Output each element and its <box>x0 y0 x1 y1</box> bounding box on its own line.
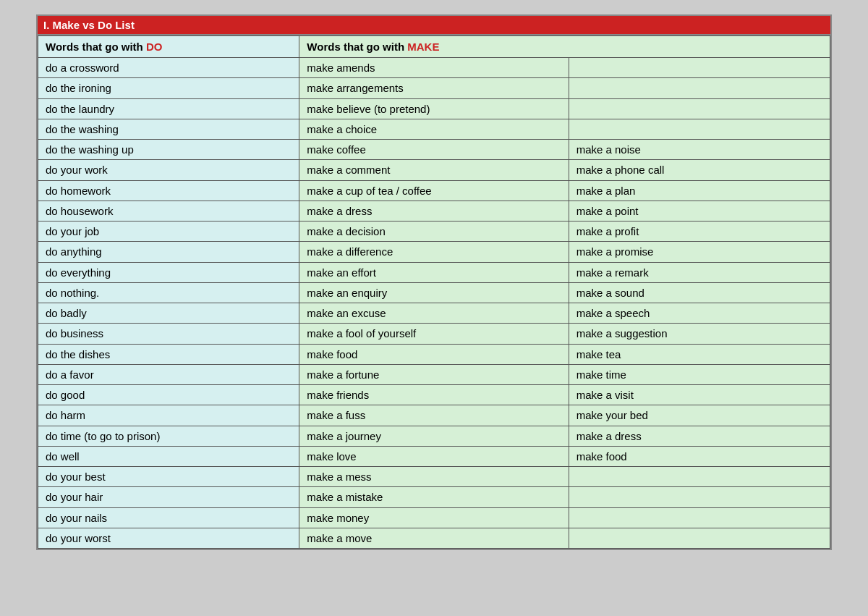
main-card: I. Make vs Do List Words that go with DO… <box>36 14 832 550</box>
do-cell: do nothing. <box>38 282 299 303</box>
table-row: do anythingmake a differencemake a promi… <box>38 242 830 262</box>
make-col2-cell: make time <box>569 364 830 384</box>
do-cell: do your hair <box>38 487 299 507</box>
make-col2-cell: make your bed <box>569 405 830 426</box>
make-col1-cell: make an effort <box>299 262 569 282</box>
make-col1-cell: make a fool of yourself <box>299 324 569 344</box>
make-col1-cell: make friends <box>299 385 569 405</box>
make-col1-cell: make a comment <box>299 160 569 180</box>
table-row: do wellmake lovemake food <box>38 446 830 466</box>
do-cell: do anything <box>38 242 299 262</box>
make-col2-cell: make food <box>569 446 830 466</box>
make-col2-cell: make a speech <box>569 303 830 324</box>
do-cell: do your job <box>38 221 299 242</box>
make-col1-cell: make love <box>299 446 569 466</box>
make-col1-cell: make believe (to pretend) <box>299 98 569 119</box>
make-col2-cell <box>569 528 830 548</box>
table-row: do the laundrymake believe (to pretend) <box>38 98 830 119</box>
header-make-prefix: Words that go with <box>307 41 407 53</box>
do-cell: do harm <box>38 405 299 426</box>
header-make-keyword: MAKE <box>407 41 439 53</box>
table-row: do houseworkmake a dressmake a point <box>38 201 830 221</box>
table-row: do time (to go to prison)make a journeym… <box>38 426 830 446</box>
make-col2-cell: make a profit <box>569 221 830 242</box>
header-make: Words that go with MAKE <box>299 36 830 58</box>
header-row: Words that go with DO Words that go with… <box>38 36 830 58</box>
do-cell: do the washing up <box>38 140 299 160</box>
make-col2-cell <box>569 98 830 119</box>
make-col1-cell: make a choice <box>299 119 569 139</box>
make-col1-cell: make arrangements <box>299 78 569 98</box>
make-col2-cell: make a dress <box>569 426 830 446</box>
table-row: do harmmake a fussmake your bed <box>38 405 830 426</box>
make-col1-cell: make amends <box>299 58 569 78</box>
do-cell: do the ironing <box>38 78 299 98</box>
do-cell: do time (to go to prison) <box>38 426 299 446</box>
table-row: do the ironingmake arrangements <box>38 78 830 98</box>
make-col2-cell <box>569 78 830 98</box>
make-col1-cell: make a difference <box>299 242 569 262</box>
make-col1-cell: make a journey <box>299 426 569 446</box>
do-cell: do the washing <box>38 119 299 139</box>
table-row: do a favormake a fortunemake time <box>38 364 830 384</box>
do-cell: do the laundry <box>38 98 299 119</box>
make-col1-cell: make a fuss <box>299 405 569 426</box>
do-cell: do your work <box>38 160 299 180</box>
do-cell: do a crossword <box>38 58 299 78</box>
make-col2-cell: make a sound <box>569 282 830 303</box>
make-col1-cell: make an enquiry <box>299 282 569 303</box>
do-cell: do everything <box>38 262 299 282</box>
do-cell: do well <box>38 446 299 466</box>
make-col1-cell: make a mistake <box>299 487 569 507</box>
do-cell: do your best <box>38 467 299 487</box>
make-col2-cell <box>569 119 830 139</box>
do-cell: do your worst <box>38 528 299 548</box>
make-col2-cell <box>569 58 830 78</box>
table-row: do a crosswordmake amends <box>38 58 830 78</box>
make-col2-cell: make a phone call <box>569 160 830 180</box>
make-col2-cell: make a point <box>569 201 830 221</box>
table-row: do your jobmake a decisionmake a profit <box>38 221 830 242</box>
do-cell: do the dishes <box>38 344 299 364</box>
main-table: Words that go with DO Words that go with… <box>38 35 830 549</box>
make-col2-cell: make tea <box>569 344 830 364</box>
table-row: do your hairmake a mistake <box>38 487 830 507</box>
do-cell: do housework <box>38 201 299 221</box>
make-col2-cell: make a suggestion <box>569 324 830 344</box>
header-do-prefix: Words that go with <box>46 41 146 53</box>
table-row: do your bestmake a mess <box>38 467 830 487</box>
table-row: do nothing.make an enquirymake a sound <box>38 282 830 303</box>
make-col2-cell: make a promise <box>569 242 830 262</box>
do-cell: do good <box>38 385 299 405</box>
make-col1-cell: make food <box>299 344 569 364</box>
do-cell: do business <box>38 324 299 344</box>
header-do-keyword: DO <box>146 41 163 53</box>
do-cell: do a favor <box>38 364 299 384</box>
make-col1-cell: make a decision <box>299 221 569 242</box>
table-row: do the dishesmake foodmake tea <box>38 344 830 364</box>
table-row: do badlymake an excusemake a speech <box>38 303 830 324</box>
make-col1-cell: make an excuse <box>299 303 569 324</box>
make-col1-cell: make a dress <box>299 201 569 221</box>
table-row: do your nailsmake money <box>38 507 830 528</box>
table-row: do goodmake friendsmake a visit <box>38 385 830 405</box>
make-col1-cell: make a fortune <box>299 364 569 384</box>
table-row: do everythingmake an effortmake a remark <box>38 262 830 282</box>
title-text: I. Make vs Do List <box>43 19 135 31</box>
table-body: do a crosswordmake amendsdo the ironingm… <box>38 58 830 549</box>
make-col1-cell: make a mess <box>299 467 569 487</box>
title-bar: I. Make vs Do List <box>38 16 830 35</box>
table-row: do the washing upmake coffeemake a noise <box>38 140 830 160</box>
do-cell: do badly <box>38 303 299 324</box>
make-col2-cell: make a visit <box>569 385 830 405</box>
make-col2-cell: make a plan <box>569 180 830 201</box>
make-col1-cell: make coffee <box>299 140 569 160</box>
make-col2-cell <box>569 507 830 528</box>
make-col2-cell: make a noise <box>569 140 830 160</box>
table-row: do the washingmake a choice <box>38 119 830 139</box>
make-col1-cell: make money <box>299 507 569 528</box>
make-col2-cell: make a remark <box>569 262 830 282</box>
do-cell: do your nails <box>38 507 299 528</box>
table-row: do your worstmake a move <box>38 528 830 548</box>
table-row: do businessmake a fool of yourselfmake a… <box>38 324 830 344</box>
